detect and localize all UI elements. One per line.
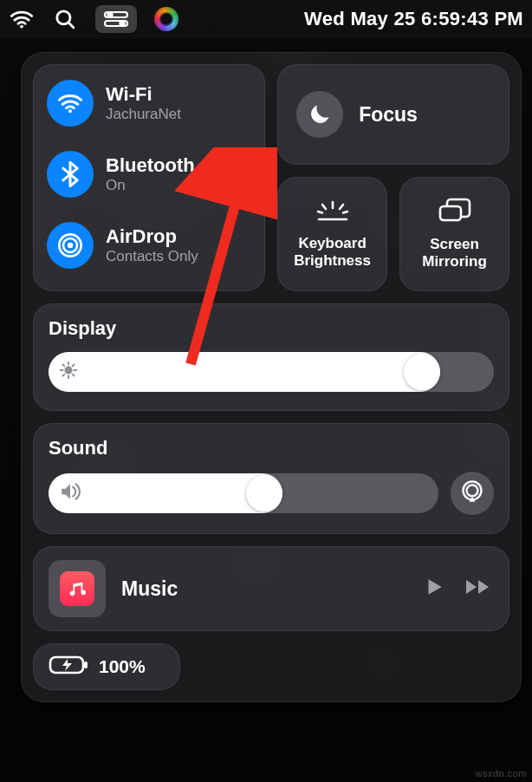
display-section: Display bbox=[33, 303, 509, 411]
speaker-icon bbox=[59, 482, 81, 505]
svg-line-14 bbox=[340, 205, 343, 209]
battery-card[interactable]: 100% bbox=[33, 643, 180, 690]
next-track-icon[interactable] bbox=[464, 577, 494, 601]
battery-label: 100% bbox=[99, 656, 146, 677]
wifi-icon bbox=[47, 80, 94, 127]
bluetooth-title: Bluetooth bbox=[106, 154, 195, 177]
moon-icon bbox=[296, 91, 343, 138]
screen-mirroring-icon bbox=[437, 198, 473, 227]
wifi-title: Wi-Fi bbox=[106, 83, 181, 106]
airplay-audio-icon bbox=[460, 479, 484, 507]
screen-mirroring-button[interactable]: Screen Mirroring bbox=[399, 177, 509, 291]
wifi-menubar-icon[interactable] bbox=[9, 6, 35, 32]
bluetooth-toggle[interactable]: Bluetooth On bbox=[47, 151, 251, 198]
sound-section: Sound bbox=[33, 423, 509, 534]
now-playing-card[interactable]: Music bbox=[33, 546, 509, 631]
svg-line-23 bbox=[62, 364, 64, 366]
keyboard-brightness-icon bbox=[315, 199, 350, 226]
bluetooth-disclosure-icon[interactable] bbox=[241, 168, 255, 192]
display-title: Display bbox=[49, 317, 494, 340]
airdrop-title: AirDrop bbox=[106, 225, 198, 248]
audio-output-button[interactable] bbox=[451, 472, 494, 515]
svg-line-26 bbox=[73, 364, 75, 366]
svg-rect-30 bbox=[84, 661, 88, 668]
keyboard-brightness-button[interactable]: Keyboard Brightness bbox=[277, 177, 387, 291]
connectivity-card: Wi-Fi JachuraNet Bluetooth On bbox=[33, 64, 265, 291]
airdrop-toggle[interactable]: AirDrop Contacts Only bbox=[47, 222, 251, 269]
watermark: wsxdn.com bbox=[475, 768, 527, 779]
play-icon[interactable] bbox=[423, 576, 445, 602]
svg-line-13 bbox=[322, 205, 326, 209]
svg-line-2 bbox=[68, 23, 73, 27]
svg-point-8 bbox=[68, 243, 74, 249]
screen-mirroring-label: Screen Mirroring bbox=[399, 236, 509, 271]
svg-point-4 bbox=[107, 12, 112, 16]
control-center-panel: Wi-Fi JachuraNet Bluetooth On bbox=[21, 52, 522, 702]
display-brightness-slider[interactable] bbox=[49, 352, 494, 392]
siri-icon[interactable] bbox=[154, 7, 178, 31]
wifi-subtitle: JachuraNet bbox=[106, 106, 181, 123]
svg-line-15 bbox=[318, 212, 322, 213]
menubar-clock[interactable]: Wed May 25 6:59:43 PM bbox=[304, 8, 523, 30]
svg-line-24 bbox=[73, 375, 75, 376]
brightness-icon bbox=[59, 361, 78, 383]
focus-button[interactable]: Focus bbox=[277, 64, 509, 165]
sound-volume-slider[interactable] bbox=[49, 473, 438, 513]
media-title: Music bbox=[121, 577, 178, 601]
svg-point-6 bbox=[120, 21, 124, 25]
spotlight-icon[interactable] bbox=[52, 6, 78, 32]
bluetooth-icon bbox=[47, 151, 94, 198]
wifi-toggle[interactable]: Wi-Fi JachuraNet bbox=[47, 80, 251, 127]
keyboard-brightness-label: Keyboard Brightness bbox=[277, 235, 387, 270]
music-app-icon bbox=[60, 571, 94, 606]
svg-point-7 bbox=[68, 109, 72, 113]
bluetooth-subtitle: On bbox=[106, 177, 195, 194]
svg-point-28 bbox=[467, 485, 478, 496]
battery-charging-icon bbox=[49, 654, 88, 680]
sound-title: Sound bbox=[49, 437, 494, 459]
svg-rect-17 bbox=[440, 206, 461, 220]
svg-point-0 bbox=[20, 25, 23, 29]
menubar: Wed May 25 6:59:43 PM bbox=[0, 0, 532, 38]
control-center-menubar-icon[interactable] bbox=[95, 5, 137, 33]
album-art bbox=[49, 560, 106, 617]
svg-line-25 bbox=[62, 375, 64, 376]
focus-title: Focus bbox=[359, 103, 418, 127]
airdrop-icon bbox=[47, 222, 94, 269]
svg-point-18 bbox=[65, 367, 71, 373]
svg-line-16 bbox=[343, 212, 347, 213]
airdrop-subtitle: Contacts Only bbox=[106, 248, 198, 265]
